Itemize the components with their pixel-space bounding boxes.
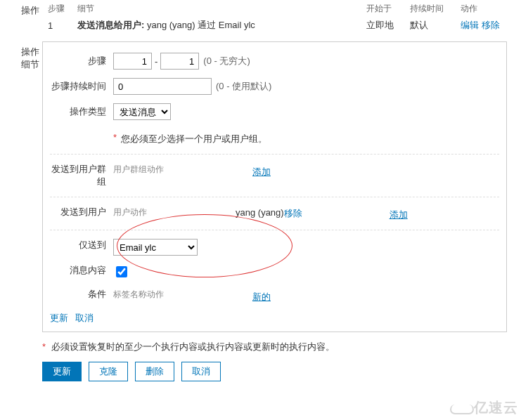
- col-action: 动作: [456, 1, 506, 16]
- col-action-cond: 动作: [147, 289, 252, 301]
- user-item-name: yang (yang): [236, 207, 284, 220]
- send-to-groups-label: 发送到用户群组: [50, 163, 113, 188]
- col-user-group: 用户群组: [113, 164, 147, 176]
- send-only-to-select[interactable]: Email ylc: [113, 239, 198, 256]
- detail-panel: 步骤 - (0 - 无穷大) 步骤持续时间 (0 - 使用默认) 操作类型: [42, 41, 507, 332]
- table-row: 1 发送消息给用户: yang (yang) 通过 Email ylc 立即地 …: [44, 18, 506, 33]
- bottom-required-mark: *: [42, 341, 46, 352]
- validation-msg: 您必须至少选择一个用户或用户组。: [121, 133, 267, 145]
- send-to-users-label: 发送到用户: [50, 206, 113, 218]
- col-tag: 标签: [113, 289, 130, 301]
- row-detail-rest: yang (yang) 通过 Email ylc: [147, 20, 255, 30]
- col-name: 名称: [130, 289, 147, 301]
- step-duration-label: 步骤持续时间: [50, 80, 113, 93]
- step-label: 步骤: [50, 55, 113, 67]
- remove-link[interactable]: 移除: [482, 20, 500, 30]
- bottom-warning: * 必须设置恢复时的至少一个执行内容或执行内容或更新时的执行内容。: [42, 341, 507, 353]
- operations-table: 步骤 细节 开始于 持续时间 动作 1 发送消息给用户: yang (yang)…: [42, 0, 507, 34]
- step-duration-input[interactable]: [113, 78, 212, 95]
- bottom-warning-text: 必须设置恢复时的至少一个执行内容或执行内容或更新时的执行内容。: [51, 341, 335, 352]
- send-only-to-label: 仅送到: [50, 239, 113, 251]
- op-type-select[interactable]: 发送消息: [113, 103, 171, 120]
- col-action-users: 动作: [130, 206, 236, 218]
- add-user-link[interactable]: 添加: [390, 209, 408, 221]
- row-detail: 发送消息给用户: yang (yang) 通过 Email ylc: [73, 18, 361, 33]
- op-type-label: 操作类型: [50, 105, 113, 118]
- edit-link[interactable]: 编辑: [461, 20, 479, 30]
- cancel-button[interactable]: 取消: [181, 362, 221, 381]
- delete-button[interactable]: 删除: [135, 362, 174, 381]
- step-from-input[interactable]: [113, 53, 152, 70]
- update-button[interactable]: 更新: [42, 362, 82, 381]
- col-detail: 细节: [73, 1, 361, 16]
- remove-user-link[interactable]: 移除: [284, 208, 302, 218]
- row-duration: 默认: [406, 18, 455, 33]
- message-content-label: 消息内容: [50, 264, 113, 277]
- step-to-input[interactable]: [160, 53, 199, 70]
- details-section-label: 操作细节: [0, 41, 42, 71]
- panel-update-link[interactable]: 更新: [50, 312, 68, 324]
- step-range-hint: (0 - 无穷大): [203, 55, 250, 67]
- add-group-link[interactable]: 添加: [252, 166, 271, 178]
- col-step: 步骤: [44, 1, 72, 16]
- col-start: 开始于: [362, 1, 404, 16]
- row-step: 1: [44, 18, 72, 33]
- clone-button[interactable]: 克隆: [89, 362, 128, 381]
- condition-label: 条件: [50, 288, 113, 301]
- list-item: yang (yang) 移除: [236, 206, 390, 221]
- row-detail-bold: 发送消息给用户:: [77, 20, 144, 30]
- dash: -: [155, 56, 157, 67]
- new-condition-link[interactable]: 新的: [252, 291, 271, 303]
- required-mark: *: [113, 132, 117, 143]
- col-user: 用户: [113, 206, 130, 218]
- step-duration-hint: (0 - 使用默认): [216, 80, 271, 93]
- col-action-groups: 动作: [147, 164, 252, 176]
- message-content-checkbox[interactable]: [116, 266, 127, 277]
- row-start: 立即地: [362, 18, 404, 33]
- operations-section-label: 操作: [0, 0, 42, 17]
- col-duration: 持续时间: [406, 1, 455, 16]
- panel-cancel-link[interactable]: 取消: [75, 312, 94, 324]
